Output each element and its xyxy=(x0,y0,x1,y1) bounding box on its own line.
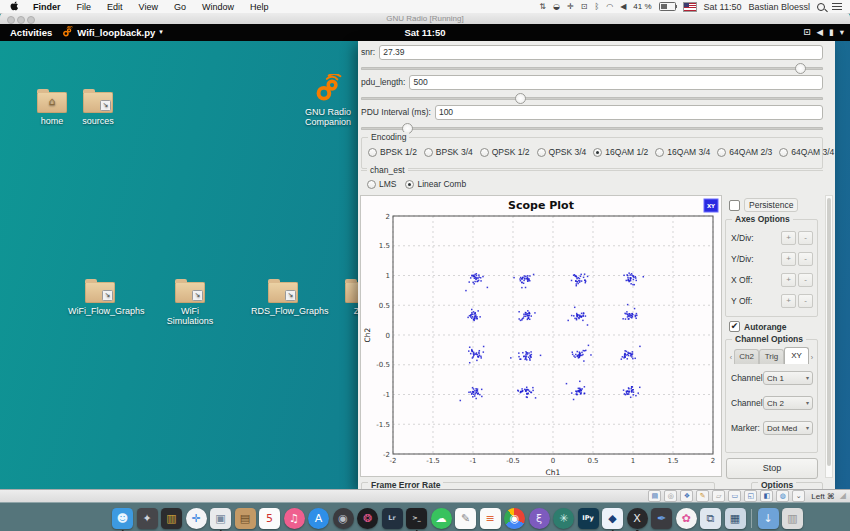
battery-icon[interactable]: ▮ xyxy=(829,28,834,37)
gnome-clock[interactable]: Sat 11:50 xyxy=(404,27,445,38)
dock-icon-pixelmator[interactable]: ❂ xyxy=(357,508,378,529)
desktop-icon-gnu-radio-companion[interactable]: GNU Radio Companion xyxy=(296,74,360,128)
display-icon[interactable]: ⊡ xyxy=(803,28,810,37)
menu-file[interactable]: File xyxy=(69,2,100,12)
menu-edit[interactable]: Edit xyxy=(99,2,131,12)
dock-icon-preview[interactable]: ▣ xyxy=(210,508,231,529)
scrollbar-thumb[interactable] xyxy=(827,198,831,466)
encoding-option-bpsk-3-4[interactable]: BPSK 3/4 xyxy=(424,147,473,157)
dropdown-ch-2[interactable]: Ch 2▾ xyxy=(763,396,813,410)
dock-icon-terminal[interactable]: >_ xyxy=(406,508,427,529)
dock-icon-color-app[interactable]: ✿ xyxy=(676,508,697,529)
minus-button[interactable]: - xyxy=(798,231,813,245)
dock-icon-lightroom[interactable]: Lr xyxy=(382,508,403,529)
encoding-option-qpsk-1-2[interactable]: QPSK 1/2 xyxy=(480,147,530,157)
tab-trig[interactable]: Trig xyxy=(759,349,784,364)
dock-icon-pen-tool[interactable]: ✒ xyxy=(651,508,672,529)
pdu_length-slider-thumb[interactable] xyxy=(515,93,526,104)
activities-button[interactable]: Activities xyxy=(0,27,62,38)
desktop-icon-sources[interactable]: ↘sources xyxy=(66,88,130,126)
dock-icon-textedit[interactable]: ✎ xyxy=(455,508,476,529)
plus-button[interactable]: + xyxy=(781,231,796,245)
encoding-option-16qam-1-2[interactable]: 16QAM 1/2 xyxy=(593,147,648,157)
tab-ch2[interactable]: Ch2 xyxy=(734,349,759,364)
encoding-option-bpsk-1-2[interactable]: BPSK 1/2 xyxy=(368,147,417,157)
encoding-option-16qam-3-4[interactable]: 16QAM 3/4 xyxy=(655,147,710,157)
shared-folder-icon[interactable]: ▱ xyxy=(712,490,725,502)
dock-icon-remote-desktop[interactable]: ▦ xyxy=(725,508,746,529)
seamless-icon[interactable]: ◱ xyxy=(744,490,757,502)
network-icon[interactable]: ❖ xyxy=(680,490,693,502)
encoding-option-64qam-3-4[interactable]: 64QAM 3/4 xyxy=(779,147,834,157)
menu-window[interactable]: Window xyxy=(194,2,242,12)
stop-button[interactable]: Stop xyxy=(726,458,818,479)
dock-icon-chrome[interactable]: ◉ xyxy=(504,508,525,529)
pdu_length-input[interactable] xyxy=(409,75,823,90)
globe-icon[interactable]: ◍ xyxy=(776,490,789,502)
minus-button[interactable]: - xyxy=(798,273,813,287)
snr-slider-thumb[interactable] xyxy=(795,63,806,74)
pdu_length-slider[interactable] xyxy=(361,93,823,104)
menu-view[interactable]: View xyxy=(131,2,166,12)
notification-center-icon[interactable] xyxy=(832,3,842,11)
tab-xy[interactable]: XY xyxy=(784,347,809,364)
dock-icon-trash[interactable]: ▥ xyxy=(782,508,803,529)
autorange-checkbox[interactable]: ✔ xyxy=(729,321,740,332)
hard-disk-icon[interactable]: ▤ xyxy=(648,490,661,502)
input-source-flag-icon[interactable] xyxy=(683,2,697,12)
spotlight-search-icon[interactable] xyxy=(817,3,825,11)
dock-icon-ipython[interactable]: IPy xyxy=(578,508,599,529)
dropdown-ch-1[interactable]: Ch 1▾ xyxy=(763,371,813,385)
dock-icon-calendar[interactable]: 5 xyxy=(259,508,280,529)
dock-icon-garageband[interactable]: ◉ xyxy=(333,508,354,529)
dock-icon-messages[interactable]: ☁ xyxy=(431,508,452,529)
dock-icon-screen-sharing[interactable]: ⧉ xyxy=(700,508,721,529)
tab-scroll-right-icon[interactable]: › xyxy=(809,354,815,364)
encoding-option-64qam-2-3[interactable]: 64QAM 2/3 xyxy=(717,147,772,157)
menubar-user[interactable]: Bastian Bloessl xyxy=(748,2,810,12)
dock-icon-finder[interactable]: ☻ xyxy=(112,508,133,529)
mouse-integration-icon[interactable]: ⌄ xyxy=(792,490,805,502)
plus-button[interactable]: + xyxy=(781,252,796,266)
menubar-clock[interactable]: Sat 11:50 xyxy=(704,2,742,12)
persistence-checkbox[interactable] xyxy=(729,200,740,211)
tunnelblick-icon[interactable]: ◒ xyxy=(553,3,560,11)
dock-icon-contacts[interactable]: ▤ xyxy=(235,508,256,529)
dock-icon-downloads-folder[interactable]: ↓ xyxy=(758,508,779,529)
desktop-icon-wifi-flow-graphs[interactable]: ↘WiFi_Flow_Graphs xyxy=(68,278,132,316)
display-icon[interactable]: ▭ xyxy=(728,490,741,502)
volume-icon[interactable]: ◀ xyxy=(816,28,823,37)
encoding-option-qpsk-3-4[interactable]: QPSK 3/4 xyxy=(537,147,587,157)
snr-input[interactable] xyxy=(379,45,823,60)
pencil-icon[interactable]: ✎ xyxy=(696,490,709,502)
dock-icon-virtualbox[interactable]: ◆ xyxy=(602,508,623,529)
gnome-app-menu[interactable]: Wifi_loopback.py ▾ xyxy=(62,26,163,39)
pdu_interval-input[interactable] xyxy=(435,105,823,120)
airplay-icon[interactable]: ⊡ xyxy=(581,3,588,11)
bluetooth-icon[interactable]: ᛒ xyxy=(594,3,599,11)
gnome-status-icons[interactable]: ⊡◀▮▾ xyxy=(803,28,844,37)
vertical-scrollbar[interactable] xyxy=(825,195,833,478)
dock-icon-xquartz[interactable]: X xyxy=(627,508,648,529)
dock-icon-media-app[interactable]: ▥ xyxy=(161,508,182,529)
dropdown-dot-med[interactable]: Dot Med▾ xyxy=(763,421,813,435)
dock-icon-reminders[interactable]: ≡ xyxy=(480,508,501,529)
pdu_interval-slider[interactable] xyxy=(361,123,823,134)
resize-grip-icon[interactable]: ◢ xyxy=(840,492,846,500)
dock-icon-safari[interactable]: ✛ xyxy=(186,508,207,529)
chan-est-option-lms[interactable]: LMS xyxy=(367,179,396,189)
snr-slider[interactable] xyxy=(361,63,823,74)
crosshair-icon[interactable]: ✛ xyxy=(567,3,574,11)
minus-button[interactable]: - xyxy=(798,294,813,308)
plus-button[interactable]: + xyxy=(781,294,796,308)
dock-icon-anaconda[interactable]: ✳ xyxy=(553,508,574,529)
dock-icon-emacs[interactable]: ξ xyxy=(529,508,550,529)
updown-arrows-icon[interactable]: ⇅ xyxy=(539,3,546,11)
desktop-icon-rds-flow-graphs[interactable]: ↘RDS_Flow_Graphs xyxy=(251,278,315,316)
volume-icon[interactable]: ◀ xyxy=(620,3,626,11)
menu-help[interactable]: Help xyxy=(242,2,277,12)
desktop-icon-wifi-simulations[interactable]: ↘WiFi Simulations xyxy=(158,278,222,327)
menu-caret-icon[interactable]: ▾ xyxy=(840,28,844,37)
dock-icon-launchpad[interactable]: ✦ xyxy=(137,508,158,529)
dock-window-icon[interactable]: ◧ xyxy=(760,490,773,502)
